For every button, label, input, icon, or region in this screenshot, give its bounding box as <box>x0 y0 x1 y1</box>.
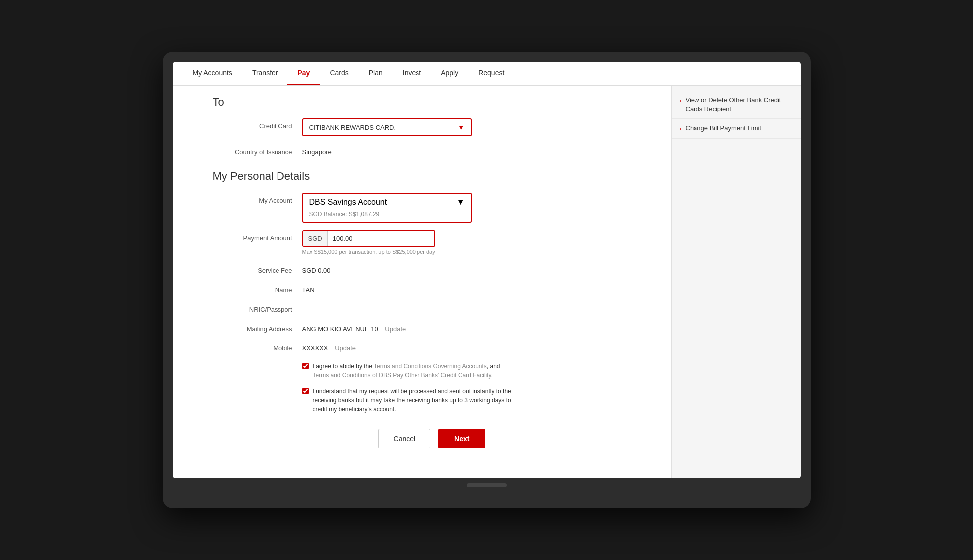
chevron-down-icon: ▼ <box>458 123 465 131</box>
mobile-label: Mobile <box>213 340 302 352</box>
mailing-update-link[interactable]: Update <box>385 325 406 333</box>
mobile-row: Mobile XXXXXX Update <box>213 340 651 352</box>
nav-apply[interactable]: Apply <box>431 62 468 85</box>
personal-section-title: My Personal Details <box>213 170 651 183</box>
mailing-label: Mailing Address <box>213 321 302 333</box>
nric-row: NRIC/Passport <box>213 302 651 313</box>
nav-transfer[interactable]: Transfer <box>242 62 288 85</box>
currency-label: SGD <box>303 231 328 246</box>
main-content: To Credit Card CITIBANK REWARDS CARD. ▼ … <box>173 86 671 478</box>
to-label: To <box>213 96 651 109</box>
amount-hint: Max S$15,000 per transaction, up to S$25… <box>302 249 435 255</box>
account-dropdown[interactable]: DBS Savings Account ▼ SGD Balance: S$1,0… <box>302 193 472 223</box>
button-row: Cancel Next <box>213 429 651 458</box>
credit-card-label: Credit Card <box>213 118 302 130</box>
amount-input[interactable] <box>328 231 388 246</box>
account-value: DBS Savings Account <box>309 198 387 207</box>
name-label: Name <box>213 282 302 294</box>
service-fee-label: Service Fee <box>213 263 302 274</box>
sidebar-item-label-1: View or Delete Other Bank Credit Cards R… <box>686 96 793 113</box>
checkbox-row-2: I understand that my request will be pro… <box>302 387 512 414</box>
nav-request[interactable]: Request <box>468 62 514 85</box>
terms-checkbox-2[interactable] <box>302 388 309 394</box>
terms-link-2[interactable]: Terms and Conditions of DBS Pay Other Ba… <box>313 372 491 379</box>
country-row: Country of Issuance Singapore <box>213 144 651 156</box>
terms-text-2: I understand that my request will be pro… <box>313 387 512 414</box>
mobile-update-link[interactable]: Update <box>335 344 356 352</box>
chevron-right-icon-1: › <box>680 97 682 105</box>
terms-link-1[interactable]: Terms and Conditions Governing Accounts <box>374 363 487 370</box>
account-label: My Account <box>213 193 302 204</box>
mailing-value: ANG MO KIO AVENUE 10 Update <box>302 321 406 333</box>
nric-label: NRIC/Passport <box>213 302 302 313</box>
nav-bar: My Accounts Transfer Pay Cards Plan Inve… <box>173 62 801 86</box>
account-balance: SGD Balance: S$1,087.29 <box>303 211 471 222</box>
sidebar-item-change-limit[interactable]: › Change Bill Payment Limit <box>672 119 801 139</box>
service-fee-row: Service Fee SGD 0.00 <box>213 263 651 274</box>
nav-plan[interactable]: Plan <box>359 62 393 85</box>
terms-checkbox-1[interactable] <box>302 363 309 369</box>
account-chevron-down-icon: ▼ <box>457 198 465 207</box>
sidebar: › View or Delete Other Bank Credit Cards… <box>671 86 801 478</box>
payment-amount-wrapper: SGD <box>302 230 435 247</box>
credit-card-value: CITIBANK REWARDS CARD. <box>309 124 396 131</box>
checkbox-row-1: I agree to abide by the Terms and Condit… <box>302 362 512 380</box>
credit-card-dropdown[interactable]: CITIBANK REWARDS CARD. ▼ <box>302 118 472 136</box>
payment-amount-row: Payment Amount SGD Max S$15,000 per tran… <box>213 230 651 255</box>
country-value: Singapore <box>302 144 332 156</box>
mobile-value: XXXXXX Update <box>302 340 356 352</box>
checkbox-wrapper: I agree to abide by the Terms and Condit… <box>302 362 651 414</box>
sidebar-item-view-delete[interactable]: › View or Delete Other Bank Credit Cards… <box>672 91 801 119</box>
chevron-right-icon-2: › <box>680 125 682 133</box>
mailing-row: Mailing Address ANG MO KIO AVENUE 10 Upd… <box>213 321 651 333</box>
account-row: My Account DBS Savings Account ▼ SGD Bal… <box>213 193 651 223</box>
name-value: TAN <box>302 282 315 294</box>
nav-invest[interactable]: Invest <box>393 62 431 85</box>
cancel-button[interactable]: Cancel <box>378 429 431 448</box>
nav-my-accounts[interactable]: My Accounts <box>183 62 242 85</box>
nav-cards[interactable]: Cards <box>320 62 358 85</box>
credit-card-row: Credit Card CITIBANK REWARDS CARD. ▼ <box>213 118 651 136</box>
next-button[interactable]: Next <box>438 429 485 448</box>
service-fee-value: SGD 0.00 <box>302 263 331 274</box>
nav-pay[interactable]: Pay <box>287 62 320 85</box>
sidebar-item-label-2: Change Bill Payment Limit <box>686 124 761 133</box>
country-label: Country of Issuance <box>213 144 302 156</box>
payment-amount-label: Payment Amount <box>213 230 302 242</box>
name-row: Name TAN <box>213 282 651 294</box>
